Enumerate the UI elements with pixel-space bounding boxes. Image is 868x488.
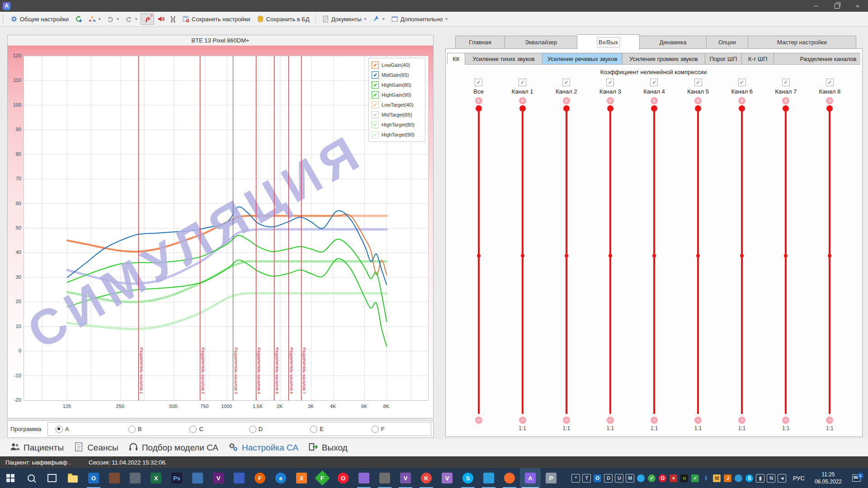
slider-thumb[interactable] [783, 105, 789, 112]
sound-button[interactable] [154, 13, 168, 25]
subtab-Усиление тихих звуков[interactable]: Усиление тихих звуков [465, 53, 542, 65]
opera-icon[interactable]: O [333, 468, 354, 488]
channel-divider-line[interactable] [256, 56, 256, 400]
start-button[interactable] [0, 468, 21, 488]
meter-tray-icon[interactable]: M [625, 468, 636, 488]
clock[interactable]: 11:25 06.05.2022 [810, 471, 846, 485]
edge-icon[interactable]: e [270, 468, 291, 488]
nav-patients[interactable]: Пациенты [10, 442, 64, 454]
save-db-button[interactable]: Сохранить в БД [254, 13, 313, 25]
photoshop-icon[interactable]: Ps [166, 468, 187, 488]
excel-icon[interactable]: X [146, 468, 166, 488]
legend-checkbox[interactable]: ✔ [372, 61, 379, 69]
compression-slider[interactable] [694, 105, 702, 415]
channel-divider-line[interactable] [288, 56, 289, 400]
xampp-icon[interactable]: X [291, 468, 312, 488]
binaural-link-button[interactable]: )( [168, 13, 179, 25]
subtab-КК[interactable]: КК [447, 53, 465, 65]
channel-checkbox[interactable]: ✓ [475, 79, 482, 86]
channel-divider-line[interactable] [138, 56, 139, 400]
bluetooth-tray-icon[interactable]: ᛒ [701, 468, 712, 488]
legend-checkbox[interactable]: ✔ [372, 81, 379, 89]
slider-thumb[interactable] [563, 105, 570, 112]
nav-exit[interactable]: Выход [308, 442, 348, 454]
tab-Мастер настройки[interactable]: Мастер настройки [748, 36, 856, 49]
skype-tray-icon[interactable]: S [744, 468, 755, 488]
slider-thumb[interactable] [607, 105, 613, 112]
java-tray-icon[interactable]: J [722, 468, 733, 488]
increase-button[interactable]: + [738, 97, 745, 104]
slider-thumb[interactable] [651, 105, 657, 112]
channel-checkbox[interactable]: ✓ [606, 79, 614, 86]
channel-checkbox[interactable]: ✓ [650, 79, 658, 86]
antivirus-tray-icon[interactable]: ✓ [646, 468, 657, 488]
connections-button[interactable]: ▾ [85, 13, 104, 25]
channel-checkbox[interactable]: ✓ [826, 79, 834, 86]
legend-checkbox[interactable]: ✔ [372, 131, 379, 138]
display-tray-icon[interactable]: D [603, 468, 614, 488]
slider-thumb[interactable] [519, 105, 526, 112]
tab-Эквалайзер[interactable]: Эквалайзер [505, 36, 577, 49]
snowflake-tray-icon[interactable]: * [571, 468, 581, 488]
decrease-button[interactable]: − [563, 417, 570, 424]
compression-slider[interactable] [651, 105, 658, 415]
paint-icon[interactable] [354, 468, 374, 488]
nvidia-tray-icon[interactable]: n [679, 468, 690, 488]
task-view-button[interactable] [42, 468, 62, 488]
increase-button[interactable]: + [475, 97, 482, 104]
opera-tray-icon[interactable]: O [657, 468, 668, 488]
refresh-button[interactable] [72, 13, 85, 25]
notification-center-button[interactable]: 6 [847, 474, 865, 482]
tab-Вх/Вых[interactable]: Вх/Вых [577, 34, 640, 50]
subtab-Порог ШП[interactable]: Порог ШП [705, 53, 742, 65]
file-explorer-icon[interactable] [62, 468, 83, 488]
decrease-button[interactable]: − [651, 417, 658, 424]
usb-tray-icon[interactable]: U [614, 468, 625, 488]
nav-sessions[interactable]: Сеансы [74, 442, 118, 454]
outlook-tray-icon[interactable]: O [592, 468, 603, 488]
decrease-button[interactable]: − [738, 417, 745, 424]
channel-checkbox[interactable]: ✓ [694, 79, 702, 86]
increase-button[interactable]: + [563, 97, 570, 104]
printer-icon[interactable]: P [541, 468, 561, 488]
program-radio-C[interactable]: C [189, 426, 203, 433]
vscode-icon[interactable] [478, 468, 499, 488]
program-radio-B[interactable]: B [128, 426, 142, 433]
calculator-icon[interactable] [125, 468, 146, 488]
restore-button[interactable] [826, 0, 847, 12]
database-icon[interactable] [374, 468, 395, 488]
tools-button[interactable]: ▾ [369, 13, 388, 25]
network-globe-tray-icon[interactable] [733, 468, 744, 488]
library-icon[interactable] [104, 468, 125, 488]
channel-checkbox[interactable]: ✓ [738, 79, 746, 86]
channel-checkbox[interactable]: ✓ [562, 79, 570, 86]
compression-slider[interactable] [519, 105, 526, 415]
decrease-button[interactable]: − [694, 417, 702, 424]
minimize-button[interactable] [806, 0, 826, 12]
visual-studio-3-icon[interactable]: V [437, 468, 458, 488]
chrome-profile-icon[interactable]: K [416, 468, 437, 488]
decrease-button[interactable]: − [475, 417, 482, 424]
compression-slider[interactable] [782, 105, 789, 415]
compression-slider[interactable] [826, 105, 833, 415]
visual-studio-2-icon[interactable]: V [395, 468, 416, 488]
skype-icon[interactable]: S [458, 468, 478, 488]
compression-slider[interactable] [475, 105, 482, 415]
undo-button[interactable]: ▾ [104, 13, 122, 25]
outlook-icon[interactable]: O [83, 468, 104, 488]
compression-slider[interactable] [563, 105, 570, 415]
increase-button[interactable]: + [782, 97, 789, 104]
legend-checkbox[interactable]: ✔ [372, 111, 379, 118]
language-indicator[interactable]: РУС [788, 475, 809, 482]
save-settings-button[interactable]: Сохранить настройки [179, 13, 254, 25]
defender-tray-icon[interactable]: ✓ [690, 468, 701, 488]
legend-checkbox[interactable]: ✔ [372, 91, 379, 99]
backup-icon[interactable] [229, 468, 250, 488]
subtab-К-т ШП[interactable]: К-т ШП [742, 53, 774, 65]
decrease-button[interactable]: − [782, 417, 789, 424]
legend-checkbox[interactable]: ✔ [372, 101, 379, 108]
general-settings-button[interactable]: Общие настройки [7, 13, 72, 25]
firefox-icon[interactable]: F [250, 468, 270, 488]
increase-button[interactable]: + [694, 97, 702, 104]
visual-studio-icon[interactable]: V [208, 468, 229, 488]
